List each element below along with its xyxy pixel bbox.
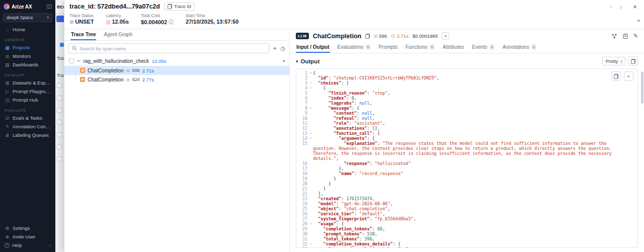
code-line: 4▾ { [296,86,624,91]
fold-icon [308,161,313,166]
home-icon: ⌂ [5,27,10,32]
background-page-title: ecom [57,4,64,10]
fold-icon [308,211,313,216]
tab-agent-graph[interactable]: Agent Graph [103,29,133,40]
line-number: 22 [296,191,308,196]
info-icon: ⓘ [169,19,174,26]
line-number: 5 [296,91,308,96]
drawer-actions: ↑ ↓ × [607,3,639,11]
fold-icon[interactable]: ▾ [308,136,313,141]
deselect-span-button[interactable]: × [442,32,449,40]
line-number: 12 [296,126,308,131]
tab-input-output[interactable]: Input / Output [296,42,330,53]
stat-value: 12.05s [112,19,129,25]
line-number: 31 [296,236,308,241]
timer-icon[interactable]: ◷ [280,45,285,52]
copy-output-button[interactable] [628,56,638,66]
sidebar-item-help[interactable]: ?Help› [0,241,55,249]
code-text: "accepted_prediction_tokens": 0, [313,246,624,248]
checkbox[interactable] [69,58,74,63]
fold-icon[interactable]: ▾ [308,241,313,246]
select-arrows-icon: ▴▾ [620,59,622,63]
sidebar-item-projects[interactable]: ▦Projects [0,43,55,52]
fold-icon[interactable]: ▾ [308,86,313,91]
fold-icon [308,181,313,186]
tab-attributes[interactable]: Attributes [442,42,464,53]
sidebar-collapse-icon[interactable] [47,5,52,9]
fold-icon [308,111,313,116]
next-trace-button[interactable]: ↓ [617,3,625,11]
scrollbar-thumb[interactable] [641,71,643,104]
code-text: "message": { [313,106,624,111]
locate-icon[interactable]: ⌖ [273,45,276,52]
diagram-view-button[interactable] [611,33,617,39]
sidebar-item-datasets-experiments[interactable]: ⊞Datasets & Experiments [0,78,55,87]
chevron-down-icon[interactable]: ▾ [283,59,285,63]
sidebar-item-label: Help [12,242,22,248]
tab-annotations[interactable]: Annotations0 [502,42,537,53]
fold-icon [308,226,313,231]
tab-evaluations[interactable]: Evaluations0 [337,42,371,53]
format-select[interactable]: Pretty ▴▾ [602,57,625,65]
token-count: 596 [132,68,140,73]
sidebar-item-settings[interactable]: ⚙Settings [0,224,55,232]
code-text: "arguments": { [313,136,624,141]
tree-span-chatcompletion-1[interactable]: ChatCompletion◎6242.77s [64,75,289,84]
close-drawer-button[interactable]: × [631,3,639,11]
sidebar-item-prompt-playground[interactable]: ▷Prompt Playground [0,87,55,96]
collapse-output-icon[interactable]: ▾ [296,59,298,64]
fold-icon[interactable]: ▾ [308,70,313,75]
line-number: 18 [296,171,308,176]
tab-label: Evaluations [338,44,364,50]
fold-icon[interactable]: ▾ [308,80,313,86]
sidebar-item-annotation-configs[interactable]: ✎Annotation Configs [0,122,55,131]
clock-icon: ◷ [391,33,395,39]
code-line: 15 "explanation": "The response states t… [296,141,624,161]
fold-icon [308,231,313,236]
code-text: "created": 1761573474, [313,196,624,201]
sidebar-item-labeling-queues[interactable]: ≣Labeling Queues [0,131,55,139]
sidebar-item-prompt-hub[interactable]: ◫Prompt Hub [0,96,55,104]
fold-icon[interactable]: ▾ [308,106,313,111]
background-checkbox [57,83,62,88]
code-line: 16 "response": "hallucinated" [296,161,624,166]
line-number: 25 [296,206,308,211]
fold-icon [308,201,313,206]
tab-events[interactable]: Events0 [471,42,495,53]
fold-icon[interactable]: ▾ [308,221,313,226]
collapse-code-button[interactable]: × [624,71,633,81]
sidebar-item-monitors[interactable]: ◎Monitors [0,52,55,60]
code-text: "completion_tokens": 66, [313,226,624,231]
tree-span-root[interactable]: ∞rag_with_hallucination_check12.05s▾ [64,56,289,66]
code-text: "system_fingerprint": "fp_65564d8ba5", [313,216,624,221]
trace-id-chip[interactable]: Trace ID [164,3,195,11]
invite-icon: ⊕ [5,234,10,239]
prev-trace-button[interactable]: ↑ [607,3,615,11]
code-text: "total_tokens": 596, [313,236,624,241]
tab-functions[interactable]: Functions0 [405,42,435,53]
tab-count-badge: 0 [429,44,434,50]
sidebar-item-dashboards[interactable]: ▤Dashboards [0,60,55,69]
stat-latency: Latency ◷12.05s [106,13,129,26]
report-button[interactable] [622,33,628,39]
sidebar-item-evals-tasks[interactable]: ☑Evals & Tasks [0,114,55,122]
collapse-panel-icon[interactable]: » [637,17,640,23]
sidebar-item-invite-user[interactable]: ⊕Invite User [0,232,55,241]
sidebar-item-label: Annotation Configs [13,124,51,129]
tab-trace-tree[interactable]: Trace Tree [70,29,96,40]
sidebar-item-home[interactable]: ⌂Home [0,25,55,34]
line-number: 20 [296,181,308,186]
dashboards-icon: ▤ [5,62,10,67]
workspace-selector[interactable]: deepti Space ▾ [3,13,52,22]
span-search[interactable] [68,43,269,53]
copy-code-button[interactable] [611,71,621,81]
copy-span-icon[interactable] [365,34,370,39]
span-title: ChatCompletion [313,33,362,40]
fold-icon[interactable]: ▾ [308,131,313,136]
annotations-icon: ✎ [5,124,10,129]
tab-prompts[interactable]: Prompts [378,42,398,53]
edit-button[interactable]: ✎ [633,33,638,39]
settings-icon: ⚙ [5,226,10,231]
tree-span-chatcompletion-0[interactable]: ChatCompletion◎5962.71s [64,66,289,75]
search-input[interactable] [79,46,266,51]
